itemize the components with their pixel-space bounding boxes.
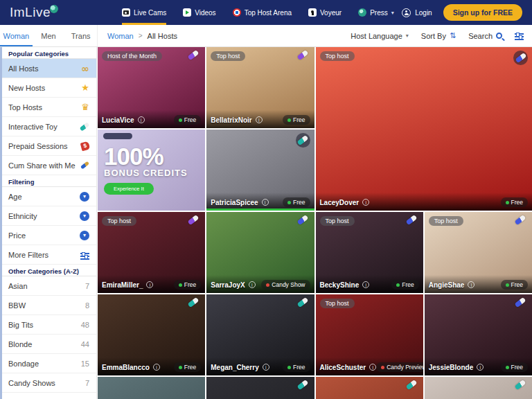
host-name: BeckyShine: [320, 281, 360, 289]
search-label: Search: [468, 32, 493, 40]
toy-icon: [296, 380, 308, 390]
status-label: Candy Preview: [387, 364, 423, 371]
status-dot: [506, 201, 509, 204]
nav-item-videos[interactable]: Videos: [183, 0, 215, 25]
host-tile-megan-cherry[interactable]: Megan_CherryiFree: [206, 294, 314, 375]
sidebar-item-age[interactable]: Age: [0, 187, 96, 206]
promo-content: 100%BONUS CREDITSExperience It: [98, 130, 205, 211]
toy-icon: [296, 215, 308, 225]
sidebar-item-interactive-toy[interactable]: Interactive Toy: [0, 117, 96, 136]
nav-item-live-cams[interactable]: Live Cams: [122, 0, 166, 25]
status-dot: [179, 366, 182, 369]
host-tile[interactable]: [206, 377, 314, 399]
tile-namebar: BeckyShineiFree: [316, 275, 423, 293]
breadcrumb: Woman > All Hosts: [107, 25, 177, 46]
host-tile-emiramiller[interactable]: Top hostEmiraMiller_iFree: [98, 212, 205, 293]
host-tile-patriciaspicee[interactable]: PatriciaSpiceeiFree: [206, 130, 314, 211]
chevron-down-icon: ▾: [406, 33, 409, 39]
status-pill: Candy Show: [261, 280, 310, 290]
host-tile-bellatrixnoir[interactable]: Top hostBellatrixNoiriFree: [206, 47, 314, 128]
login-button[interactable]: Login: [402, 8, 432, 17]
nav-item-top-host-arena[interactable]: Top Host Arena: [233, 0, 292, 25]
tile-namebar: AngieShaeiFree: [425, 275, 532, 293]
host-tile[interactable]: [316, 377, 423, 399]
sort-by-dropdown[interactable]: Sort By ⇅: [421, 31, 456, 40]
sidebar-item-prepaid-sessions[interactable]: Prepaid Sessions: [0, 136, 96, 156]
host-name: EmmaBlancco: [102, 364, 150, 371]
tab-woman[interactable]: Woman: [0, 25, 33, 46]
sidebar-item-blonde[interactable]: Blonde44: [0, 335, 96, 354]
status-pill: Candy Preview: [376, 362, 423, 372]
chevron-circle-icon: [80, 231, 89, 240]
promo-cta-button[interactable]: Experience It: [104, 183, 154, 195]
tile-badge: Host of the Month: [102, 51, 162, 61]
sidebar-item-new-hosts[interactable]: New Hosts: [0, 78, 96, 98]
category-count: 44: [81, 340, 89, 348]
tile-namebar: LaceyDoveriFree: [316, 193, 532, 211]
host-language-dropdown[interactable]: Host Language ▾: [351, 32, 409, 40]
progress-strip: [206, 209, 314, 211]
tab-trans[interactable]: Trans: [64, 25, 97, 46]
sidebar-item-bbw[interactable]: BBW8: [0, 296, 96, 315]
signup-button[interactable]: Sign up for FREE: [443, 4, 522, 21]
host-tile-luciavice[interactable]: Host of the MonthLuciaViceiFree: [98, 47, 205, 128]
section-header: Other Categories (A-Z): [0, 265, 96, 276]
logo-text: ImLive: [10, 5, 51, 20]
status-dot: [179, 118, 182, 122]
tile-badge: Top host: [102, 216, 136, 226]
sidebar-item-big-tits[interactable]: Big Tits48: [0, 315, 96, 335]
sidebar-item-label: BBW: [8, 301, 26, 310]
host-tile-emmablancco[interactable]: EmmaBlanccoiFree: [98, 294, 205, 375]
sidebar-item-candy-shows[interactable]: Candy Shows7: [0, 373, 96, 393]
status-pill: Free: [283, 197, 310, 207]
host-name: SarraJoyX: [211, 281, 245, 289]
breadcrumb-root[interactable]: Woman: [107, 32, 134, 40]
sidebar-item-label: Interactive Toy: [8, 123, 57, 131]
globe-icon: [358, 8, 366, 17]
logo[interactable]: ImLive: [10, 5, 58, 20]
toy-icon: [515, 297, 526, 308]
host-tile-beckyshine[interactable]: Top hostBeckyShineiFree: [316, 212, 423, 293]
sidebar-item-label: New Hosts: [8, 84, 45, 92]
sliders-sb-icon: [80, 253, 89, 254]
sub-header: WomanMenTrans Woman > All Hosts Host Lan…: [0, 25, 532, 47]
nav-item-voyeur[interactable]: Voyeur: [308, 0, 342, 25]
nav-item-label: Live Cams: [134, 9, 166, 17]
info-icon: i: [369, 364, 376, 371]
sidebar-item-label: Age: [8, 193, 22, 201]
toy-icon: [515, 53, 526, 63]
sidebar-item-more-filters[interactable]: More Filters: [0, 245, 96, 265]
host-name: EmiraMiller_: [102, 281, 143, 289]
breadcrumb-current: All Hosts: [148, 32, 177, 40]
status-pill: Free: [174, 280, 201, 290]
category-count: 7: [85, 379, 89, 387]
sidebar-item-price[interactable]: Price: [0, 226, 96, 245]
promo-banner[interactable]: 100%BONUS CREDITSExperience It: [98, 130, 205, 211]
sidebar-item-ethnicity[interactable]: Ethnicity: [0, 206, 96, 226]
host-tile-aliceschuster[interactable]: Top hostAliceSchusteriCandy Preview: [316, 294, 423, 375]
tile-namebar: EmmaBlanccoiFree: [98, 357, 205, 375]
infinity-icon: [81, 65, 89, 72]
host-tile-jessieblonde[interactable]: JessieBlondeiFree: [425, 294, 532, 375]
sidebar-item-label: Top Hosts: [8, 103, 42, 112]
host-name: PatriciaSpicee: [211, 199, 258, 206]
host-tile-angieshae[interactable]: Top hostAngieShaeiFree: [425, 212, 532, 293]
tab-men[interactable]: Men: [33, 25, 65, 46]
host-tile-laceydover[interactable]: Top hostLaceyDoveriFree: [316, 47, 532, 211]
host-tile-sarrajoyx[interactable]: SarraJoyXiCandy Show: [206, 212, 314, 293]
tile-namebar: Megan_CherryiFree: [206, 357, 314, 375]
nav-item-label: Videos: [195, 9, 215, 17]
sidebar-item-bondage[interactable]: Bondage15: [0, 354, 96, 373]
sidebar-item-top-hosts[interactable]: Top Hosts: [0, 98, 96, 117]
sidebar-item-label: Ethnicity: [8, 212, 37, 220]
search-button[interactable]: Search: [468, 32, 502, 40]
sidebar-item-cum-share-with-me[interactable]: Cum Share with Me: [0, 156, 96, 175]
nav-item-press[interactable]: Press▾: [358, 0, 394, 25]
host-tile[interactable]: [98, 377, 205, 399]
tag-icon: [80, 141, 91, 151]
sidebar-item-all-hosts[interactable]: All Hosts: [0, 59, 96, 78]
sidebar-item-asian[interactable]: Asian7: [0, 276, 96, 296]
sidebar-item-label: Asian: [8, 282, 28, 290]
info-icon: i: [477, 364, 484, 371]
host-tile[interactable]: [425, 377, 532, 399]
